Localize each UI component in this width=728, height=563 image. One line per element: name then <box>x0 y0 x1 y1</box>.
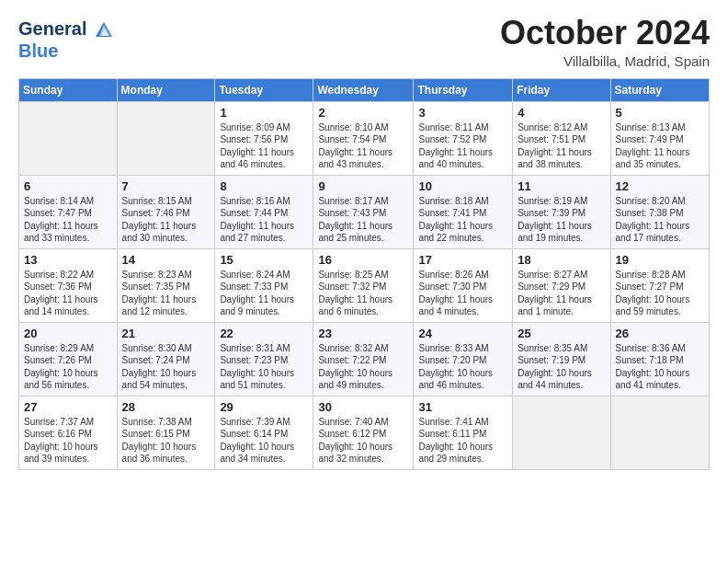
cell-details: Sunrise: 8:14 AM Sunset: 7:47 PM Dayligh… <box>24 195 112 245</box>
cell-details: Sunrise: 8:30 AM Sunset: 7:24 PM Dayligh… <box>122 342 210 392</box>
cell-3-4: 16Sunrise: 8:25 AM Sunset: 7:32 PM Dayli… <box>313 248 414 322</box>
cell-details: Sunrise: 7:37 AM Sunset: 6:16 PM Dayligh… <box>24 416 112 465</box>
cell-5-4: 30Sunrise: 7:40 AM Sunset: 6:12 PM Dayli… <box>313 396 414 469</box>
day-number: 17 <box>418 253 507 267</box>
day-number: 29 <box>220 400 308 414</box>
day-number: 20 <box>24 327 112 340</box>
day-number: 19 <box>616 253 704 267</box>
col-header-sunday: Sunday <box>19 78 118 101</box>
cell-details: Sunrise: 8:32 AM Sunset: 7:22 PM Dayligh… <box>318 342 408 392</box>
day-number: 14 <box>122 253 210 267</box>
cell-details: Sunrise: 8:10 AM Sunset: 7:54 PM Dayligh… <box>318 121 408 171</box>
cell-5-3: 29Sunrise: 7:39 AM Sunset: 6:14 PM Dayli… <box>215 396 313 469</box>
day-number: 27 <box>24 400 112 414</box>
week-row-1: 1Sunrise: 8:09 AM Sunset: 7:56 PM Daylig… <box>19 101 710 175</box>
day-number: 24 <box>418 327 507 340</box>
cell-3-5: 17Sunrise: 8:26 AM Sunset: 7:30 PM Dayli… <box>414 248 513 322</box>
cell-details: Sunrise: 8:19 AM Sunset: 7:39 PM Dayligh… <box>518 195 605 245</box>
col-header-thursday: Thursday <box>414 78 513 101</box>
day-number: 25 <box>518 327 605 340</box>
day-number: 10 <box>418 179 507 193</box>
cell-2-6: 11Sunrise: 8:19 AM Sunset: 7:39 PM Dayli… <box>513 175 610 248</box>
cell-details: Sunrise: 8:27 AM Sunset: 7:29 PM Dayligh… <box>518 269 605 318</box>
cell-2-7: 12Sunrise: 8:20 AM Sunset: 7:38 PM Dayli… <box>610 175 709 248</box>
cell-details: Sunrise: 7:41 AM Sunset: 6:11 PM Dayligh… <box>418 416 507 465</box>
week-row-2: 6Sunrise: 8:14 AM Sunset: 7:47 PM Daylig… <box>19 175 710 248</box>
cell-1-2 <box>117 101 215 175</box>
col-header-monday: Monday <box>117 78 215 101</box>
day-number: 4 <box>518 106 605 120</box>
day-number: 2 <box>318 106 408 120</box>
location-title: Villalbilla, Madrid, Spain <box>500 53 710 69</box>
cell-details: Sunrise: 8:17 AM Sunset: 7:43 PM Dayligh… <box>318 195 408 245</box>
header-row: SundayMondayTuesdayWednesdayThursdayFrid… <box>19 78 710 101</box>
week-row-5: 27Sunrise: 7:37 AM Sunset: 6:16 PM Dayli… <box>19 396 710 469</box>
cell-details: Sunrise: 8:12 AM Sunset: 7:51 PM Dayligh… <box>518 121 605 171</box>
day-number: 26 <box>616 327 704 340</box>
week-row-3: 13Sunrise: 8:22 AM Sunset: 7:36 PM Dayli… <box>19 248 710 322</box>
day-number: 30 <box>318 400 408 414</box>
cell-4-4: 23Sunrise: 8:32 AM Sunset: 7:22 PM Dayli… <box>313 322 414 396</box>
cell-1-5: 3Sunrise: 8:11 AM Sunset: 7:52 PM Daylig… <box>414 101 513 175</box>
cell-1-6: 4Sunrise: 8:12 AM Sunset: 7:51 PM Daylig… <box>513 101 610 175</box>
title-block: October 2024 Villalbilla, Madrid, Spain <box>500 15 710 69</box>
cell-details: Sunrise: 7:40 AM Sunset: 6:12 PM Dayligh… <box>318 416 408 465</box>
day-number: 22 <box>220 327 308 340</box>
day-number: 13 <box>24 253 112 267</box>
day-number: 31 <box>418 400 507 414</box>
cell-4-5: 24Sunrise: 8:33 AM Sunset: 7:20 PM Dayli… <box>414 322 513 396</box>
cell-4-6: 25Sunrise: 8:35 AM Sunset: 7:19 PM Dayli… <box>513 322 610 396</box>
header: General Blue October 2024 Villalbilla, M… <box>18 15 710 69</box>
cell-1-3: 1Sunrise: 8:09 AM Sunset: 7:56 PM Daylig… <box>215 101 313 175</box>
page: General Blue October 2024 Villalbilla, M… <box>0 0 728 485</box>
cell-details: Sunrise: 8:36 AM Sunset: 7:18 PM Dayligh… <box>616 342 704 392</box>
day-number: 6 <box>24 179 112 193</box>
cell-details: Sunrise: 8:28 AM Sunset: 7:27 PM Dayligh… <box>616 269 704 318</box>
calendar-table: SundayMondayTuesdayWednesdayThursdayFrid… <box>18 78 710 470</box>
day-number: 18 <box>518 253 605 267</box>
cell-2-4: 9Sunrise: 8:17 AM Sunset: 7:43 PM Daylig… <box>313 175 414 248</box>
cell-3-2: 14Sunrise: 8:23 AM Sunset: 7:35 PM Dayli… <box>117 248 215 322</box>
cell-5-6 <box>513 396 610 469</box>
day-number: 7 <box>122 179 210 193</box>
logo-line1: General <box>18 18 114 40</box>
day-number: 9 <box>318 179 408 193</box>
cell-details: Sunrise: 8:16 AM Sunset: 7:44 PM Dayligh… <box>220 195 308 245</box>
cell-details: Sunrise: 8:31 AM Sunset: 7:23 PM Dayligh… <box>220 342 308 392</box>
cell-5-2: 28Sunrise: 7:38 AM Sunset: 6:15 PM Dayli… <box>117 396 215 469</box>
cell-details: Sunrise: 8:29 AM Sunset: 7:26 PM Dayligh… <box>24 342 112 392</box>
cell-details: Sunrise: 8:13 AM Sunset: 7:49 PM Dayligh… <box>616 121 704 171</box>
cell-2-3: 8Sunrise: 8:16 AM Sunset: 7:44 PM Daylig… <box>215 175 313 248</box>
day-number: 16 <box>318 253 408 267</box>
cell-details: Sunrise: 8:11 AM Sunset: 7:52 PM Dayligh… <box>418 121 507 171</box>
cell-3-1: 13Sunrise: 8:22 AM Sunset: 7:36 PM Dayli… <box>19 248 118 322</box>
cell-details: Sunrise: 8:18 AM Sunset: 7:41 PM Dayligh… <box>418 195 507 245</box>
cell-4-3: 22Sunrise: 8:31 AM Sunset: 7:23 PM Dayli… <box>215 322 313 396</box>
cell-details: Sunrise: 8:33 AM Sunset: 7:20 PM Dayligh… <box>418 342 507 392</box>
cell-4-7: 26Sunrise: 8:36 AM Sunset: 7:18 PM Dayli… <box>610 322 709 396</box>
week-row-4: 20Sunrise: 8:29 AM Sunset: 7:26 PM Dayli… <box>19 322 710 396</box>
cell-details: Sunrise: 8:22 AM Sunset: 7:36 PM Dayligh… <box>24 269 112 318</box>
col-header-saturday: Saturday <box>610 78 709 101</box>
cell-details: Sunrise: 8:26 AM Sunset: 7:30 PM Dayligh… <box>418 269 507 318</box>
cell-details: Sunrise: 8:09 AM Sunset: 7:56 PM Dayligh… <box>220 121 308 171</box>
cell-details: Sunrise: 8:24 AM Sunset: 7:33 PM Dayligh… <box>220 269 308 318</box>
col-header-tuesday: Tuesday <box>215 78 313 101</box>
cell-4-1: 20Sunrise: 8:29 AM Sunset: 7:26 PM Dayli… <box>19 322 118 396</box>
cell-details: Sunrise: 7:38 AM Sunset: 6:15 PM Dayligh… <box>122 416 210 465</box>
day-number: 11 <box>518 179 605 193</box>
col-header-wednesday: Wednesday <box>313 78 414 101</box>
cell-5-7 <box>610 396 709 469</box>
cell-3-6: 18Sunrise: 8:27 AM Sunset: 7:29 PM Dayli… <box>513 248 610 322</box>
cell-details: Sunrise: 8:20 AM Sunset: 7:38 PM Dayligh… <box>616 195 704 245</box>
day-number: 12 <box>616 179 704 193</box>
cell-1-1 <box>19 101 118 175</box>
col-header-friday: Friday <box>513 78 610 101</box>
cell-5-5: 31Sunrise: 7:41 AM Sunset: 6:11 PM Dayli… <box>414 396 513 469</box>
cell-details: Sunrise: 7:39 AM Sunset: 6:14 PM Dayligh… <box>220 416 308 465</box>
day-number: 5 <box>616 106 704 120</box>
cell-1-7: 5Sunrise: 8:13 AM Sunset: 7:49 PM Daylig… <box>610 101 709 175</box>
cell-1-4: 2Sunrise: 8:10 AM Sunset: 7:54 PM Daylig… <box>313 101 414 175</box>
cell-details: Sunrise: 8:25 AM Sunset: 7:32 PM Dayligh… <box>318 269 408 318</box>
logo-icon <box>94 20 114 40</box>
